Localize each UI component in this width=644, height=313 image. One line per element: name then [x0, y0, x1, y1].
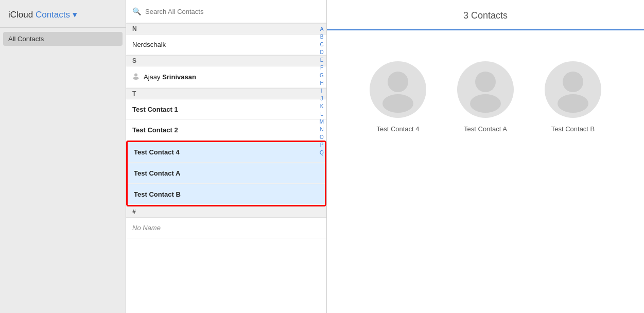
- svg-point-3: [382, 94, 413, 113]
- alpha-e[interactable]: E: [320, 56, 324, 64]
- list-item-test-contact-b[interactable]: Test Contact B: [128, 184, 325, 205]
- contacts-count-header: 3 Contacts: [327, 0, 644, 30]
- svg-point-0: [134, 74, 137, 77]
- section-header-s: S: [126, 55, 326, 66]
- contact-name: Test Contact 1: [132, 106, 178, 113]
- contact-name: Ajaay Srinivasan: [144, 73, 196, 81]
- alpha-k[interactable]: K: [320, 102, 324, 110]
- svg-point-2: [388, 72, 408, 92]
- svg-point-4: [475, 72, 496, 92]
- app-title: iCloud Contacts ▾: [8, 10, 77, 20]
- section-header-t: T: [126, 88, 326, 99]
- main-content: 3 Contacts Test Contact 4 Test Contact A: [327, 0, 644, 313]
- contact-name: Test Contact B: [134, 190, 181, 198]
- search-icon: 🔍: [132, 7, 141, 15]
- svg-point-1: [133, 77, 139, 80]
- contact-name: No Name: [132, 224, 161, 232]
- contact-card-a[interactable]: Test Contact A: [457, 61, 514, 133]
- alpha-a[interactable]: A: [320, 25, 324, 33]
- alpha-m[interactable]: M: [320, 118, 324, 126]
- search-input[interactable]: [145, 8, 320, 15]
- sidebar-header: iCloud Contacts ▾: [0, 0, 126, 28]
- alpha-l[interactable]: L: [320, 110, 323, 118]
- contact-name: Test Contact A: [134, 169, 180, 177]
- svg-point-7: [558, 94, 588, 113]
- contact-name: Test Contact 2: [132, 126, 178, 134]
- icloud-label: iCloud: [8, 10, 33, 20]
- avatar-a: [457, 61, 514, 118]
- section-header-hash: #: [126, 206, 326, 218]
- selected-contacts-group: Test Contact 4 Test Contact A Test Conta…: [126, 141, 326, 206]
- alpha-b[interactable]: B: [320, 33, 324, 41]
- contact-card-name-b: Test Contact B: [551, 125, 595, 133]
- section-header-n: N: [126, 23, 326, 34]
- person-icon: [132, 73, 140, 81]
- search-bar: 🔍: [126, 0, 326, 23]
- contact-list: A B C D E F G H I J K L M N O P Q N Nerd…: [126, 23, 326, 313]
- contacts-dropdown[interactable]: Contacts ▾: [36, 10, 77, 20]
- alpha-q[interactable]: Q: [320, 149, 324, 156]
- svg-point-5: [470, 94, 501, 113]
- alpha-d[interactable]: D: [320, 48, 323, 56]
- alpha-f[interactable]: F: [320, 64, 323, 72]
- alpha-p[interactable]: P: [320, 141, 324, 149]
- sidebar: iCloud Contacts ▾ All Contacts: [0, 0, 126, 313]
- contacts-grid: Test Contact 4 Test Contact A Test Conta…: [327, 30, 644, 313]
- list-item[interactable]: Test Contact 2: [126, 120, 326, 141]
- list-item[interactable]: Test Contact 1: [126, 99, 326, 120]
- contact-list-panel: 🔍 A B C D E F G H I J K L M N O P Q N Ne…: [126, 0, 327, 313]
- list-item-no-name[interactable]: No Name: [126, 218, 326, 238]
- alpha-n[interactable]: N: [320, 126, 323, 133]
- sidebar-item-all-contacts[interactable]: All Contacts: [3, 32, 123, 46]
- avatar-b: [545, 61, 601, 118]
- alpha-c[interactable]: C: [320, 41, 323, 48]
- alpha-i[interactable]: I: [321, 87, 323, 95]
- alpha-index: A B C D E F G H I J K L M N O P Q: [317, 23, 326, 313]
- contact-name: Test Contact 4: [134, 148, 180, 156]
- contact-card-b[interactable]: Test Contact B: [545, 61, 601, 133]
- list-item-test-contact-a[interactable]: Test Contact A: [128, 163, 325, 184]
- avatar-4: [370, 61, 426, 118]
- svg-point-6: [563, 72, 583, 92]
- alpha-o[interactable]: O: [320, 133, 324, 141]
- list-item[interactable]: Nerdschalk: [126, 34, 326, 55]
- sidebar-nav: All Contacts: [0, 28, 126, 50]
- contact-card-name-4: Test Contact 4: [376, 125, 419, 133]
- contact-card-4[interactable]: Test Contact 4: [370, 61, 426, 133]
- alpha-h[interactable]: H: [320, 79, 323, 87]
- list-item-test-contact-4[interactable]: Test Contact 4: [128, 142, 325, 163]
- alpha-j[interactable]: J: [321, 95, 323, 102]
- contact-card-name-a: Test Contact A: [464, 125, 507, 133]
- list-item[interactable]: Ajaay Srinivasan: [126, 66, 326, 88]
- alpha-g[interactable]: G: [320, 72, 324, 79]
- contact-name: Nerdschalk: [132, 41, 166, 48]
